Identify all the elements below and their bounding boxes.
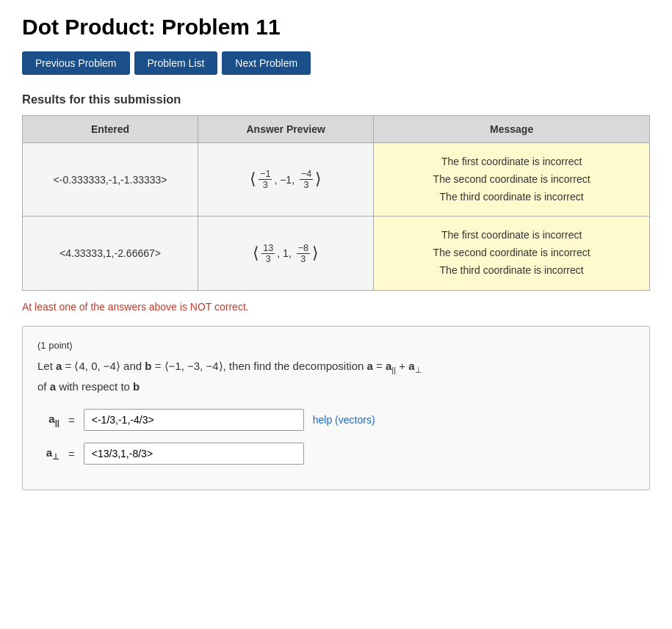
problem-points: (1 point) [37, 340, 635, 351]
msg-2-line3: The third coordinate is incorrect [386, 262, 637, 280]
left-bracket-2: ⟨ [253, 245, 259, 261]
right-bracket-2: ⟩ [312, 245, 319, 261]
preview-value-1: ⟨ −1 3 , −1, −4 3 ⟩ [198, 143, 374, 217]
table-row: <4.33333,1,-2.66667> ⟨ 13 3 , 1, −8 3 ⟩ [23, 217, 650, 290]
msg-2-line1: The first coordinate is incorrect [386, 227, 637, 244]
answer-row-parallel: a|| = help (vectors) [37, 409, 635, 431]
frac-13-3: 13 3 [261, 243, 275, 264]
msg-1-line2: The second coordinate is incorrect [386, 171, 637, 189]
frac-neg4-3: −4 3 [300, 169, 313, 190]
eq-sign-2: = [68, 448, 75, 460]
perp-input[interactable] [84, 443, 304, 465]
frac-neg8-3: −8 3 [297, 243, 310, 264]
problem-box: (1 point) Let a = ⟨4, 0, −4⟩ and b = ⟨−1… [22, 326, 650, 491]
msg-2-line2: The second coordinate is incorrect [386, 244, 637, 262]
entered-value-2: <4.33333,1,-2.66667> [23, 217, 198, 290]
next-problem-button[interactable]: Next Problem [222, 51, 311, 75]
prev-problem-button[interactable]: Previous Problem [22, 51, 130, 75]
table-row: <-0.333333,-1,-1.33333> ⟨ −1 3 , −1, −4 … [23, 143, 650, 217]
col-header-message: Message [374, 116, 650, 143]
problem-statement: Let a = ⟨4, 0, −4⟩ and b = ⟨−1, −3, −4⟩,… [37, 357, 635, 396]
results-heading: Results for this submission [22, 92, 650, 106]
parallel-label: a|| [37, 412, 59, 427]
msg-1-line3: The third coordinate is incorrect [386, 189, 637, 206]
not-correct-message: At least one of the answers above is NOT… [22, 301, 650, 313]
problem-list-button[interactable]: Problem List [134, 51, 218, 75]
message-1: The first coordinate is incorrect The se… [374, 143, 650, 217]
col-header-entered: Entered [23, 116, 198, 143]
eq-sign-1: = [68, 414, 75, 426]
nav-buttons: Previous Problem Problem List Next Probl… [22, 51, 650, 75]
perp-label: a⊥ [37, 446, 59, 462]
answer-row-perp: a⊥ = [37, 443, 635, 465]
results-table: Entered Answer Preview Message <-0.33333… [22, 115, 650, 291]
frac-neg1-3: −1 3 [259, 169, 272, 190]
preview-value-2: ⟨ 13 3 , 1, −8 3 ⟩ [198, 217, 374, 290]
left-bracket: ⟨ [250, 171, 256, 187]
comma1: , −1, [274, 174, 297, 186]
right-bracket: ⟩ [315, 171, 322, 187]
message-2: The first coordinate is incorrect The se… [374, 217, 650, 290]
help-vectors-link[interactable]: help (vectors) [313, 414, 375, 426]
parallel-input[interactable] [84, 409, 304, 431]
entered-value-1: <-0.333333,-1,-1.33333> [23, 143, 198, 217]
page-title: Dot Product: Problem 11 [22, 15, 650, 40]
col-header-preview: Answer Preview [198, 116, 374, 143]
comma2: , 1, [277, 247, 294, 259]
msg-1-line1: The first coordinate is incorrect [386, 153, 637, 171]
